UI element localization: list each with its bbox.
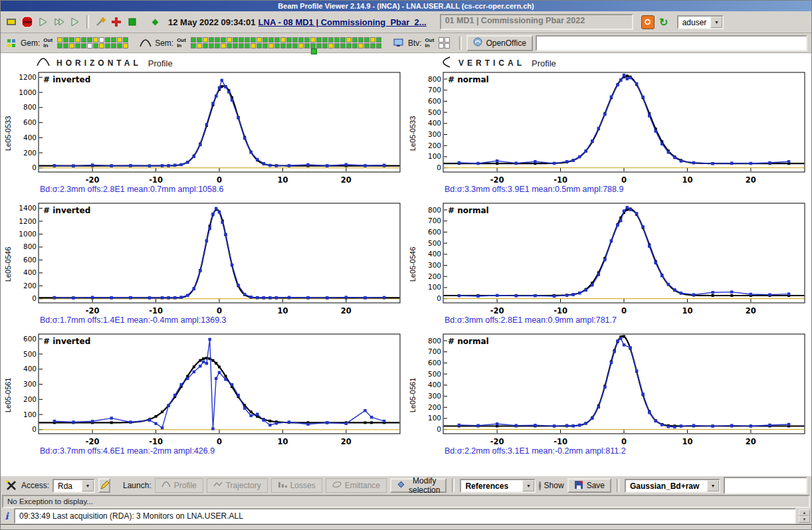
user-combo-arrow-icon[interactable]: ▼ bbox=[710, 17, 722, 28]
fit-selector-combo[interactable]: Gaussian_Bd+raw ▼ bbox=[625, 479, 720, 493]
svg-text:500: 500 bbox=[23, 350, 37, 358]
fit-results: Bd:σ:2.3mm offs:2.8E1 mean:0.7mm ampl:10… bbox=[40, 185, 403, 196]
status-cell bbox=[334, 37, 340, 43]
launch-trajectory-button[interactable]: Trajectory bbox=[207, 478, 268, 493]
svg-text:300: 300 bbox=[428, 392, 441, 400]
status-scrollbar: ▲ ▼ bbox=[799, 509, 810, 523]
sem-label: Sem: bbox=[155, 39, 173, 48]
play-button[interactable] bbox=[37, 15, 50, 29]
beam-profile-viewer-window: Beam Profile Viewer 2.14.9 - (INCA) - LN… bbox=[0, 0, 812, 530]
launch-profile-button[interactable]: Profile bbox=[155, 478, 203, 493]
svg-text:400: 400 bbox=[428, 250, 441, 258]
profile-chart[interactable]: 0200400600800100012001400-20-1001020# in… bbox=[12, 201, 403, 315]
profile-plot: Le05-05460100200300400500600700800-20-10… bbox=[408, 201, 807, 327]
status-cell bbox=[256, 37, 262, 43]
scroll-down-button[interactable]: ▼ bbox=[799, 516, 810, 523]
vertical-plots: Le05-05330100200300400500600700800-20-10… bbox=[408, 70, 807, 458]
svg-text:200: 200 bbox=[23, 149, 37, 157]
user-combo[interactable]: aduser ▼ bbox=[677, 15, 724, 29]
stop-button[interactable]: STOP bbox=[21, 15, 34, 29]
monitor-label: Le05-0546 bbox=[3, 201, 12, 327]
vertical-panel-header: VERTICAL Profile bbox=[441, 56, 807, 70]
profile-chart[interactable]: 0100200300400500600700800-20-1001020# no… bbox=[417, 201, 807, 315]
green-square-indicator bbox=[126, 15, 139, 29]
fit-selector-arrow-icon[interactable]: ▼ bbox=[707, 480, 719, 491]
svg-text:600: 600 bbox=[428, 359, 441, 367]
svg-text:10: 10 bbox=[277, 437, 288, 446]
profile-chart[interactable]: 0100200300400500600700800-20-1001020# no… bbox=[417, 332, 807, 446]
status-cell bbox=[346, 43, 352, 48]
svg-text:400: 400 bbox=[23, 365, 37, 373]
svg-text:1400: 1400 bbox=[19, 204, 37, 212]
acquisition-timestamp: 12 May 2022 09:34:01 bbox=[168, 17, 256, 27]
panel-subtitle: Profile bbox=[148, 58, 173, 68]
status-cell bbox=[298, 37, 304, 43]
btv-grid bbox=[439, 37, 450, 49]
svg-text:-20: -20 bbox=[490, 306, 504, 315]
fit-results: Bd:σ:1.7mm offs:1.4E1 mean:-0.4mm ampl:1… bbox=[40, 315, 403, 327]
status-cell bbox=[245, 37, 250, 43]
status-cell bbox=[370, 37, 375, 43]
launch-emittance-button[interactable]: Emittance bbox=[326, 478, 387, 493]
refresh-button[interactable]: ↻ bbox=[657, 16, 670, 29]
text-field-top[interactable] bbox=[536, 35, 807, 51]
svg-text:200: 200 bbox=[428, 403, 441, 411]
fast-forward-button[interactable] bbox=[52, 15, 66, 29]
profile-chart[interactable]: 0100200300400500600-20-1001020# inverted bbox=[12, 332, 403, 446]
svg-text:400: 400 bbox=[428, 381, 441, 389]
svg-text:10: 10 bbox=[277, 306, 288, 315]
references-combo[interactable]: References ▼ bbox=[460, 479, 536, 493]
context-link[interactable]: LNA - 08 MD1 | Commissioning_Pbar_2... bbox=[258, 17, 427, 27]
free-text-field[interactable] bbox=[724, 477, 807, 494]
edit-button[interactable] bbox=[98, 478, 110, 493]
modify-selection-button[interactable]: Modify selection bbox=[390, 478, 447, 493]
status-cell bbox=[75, 43, 80, 48]
status-grid-row bbox=[439, 43, 450, 48]
status-cell bbox=[87, 37, 92, 43]
status-cell bbox=[274, 37, 280, 43]
status-cell bbox=[81, 37, 86, 43]
show-radio[interactable] bbox=[539, 482, 540, 490]
svg-text:100: 100 bbox=[23, 410, 37, 418]
save-button[interactable]: Save bbox=[567, 478, 611, 493]
svg-text:-10: -10 bbox=[149, 437, 163, 446]
status-cell bbox=[304, 43, 310, 48]
status-cell bbox=[280, 43, 286, 48]
status-cell bbox=[69, 37, 74, 43]
openoffice-button[interactable]: OpenOffice bbox=[466, 35, 532, 51]
svg-text:20: 20 bbox=[746, 437, 756, 446]
launch-losses-button[interactable]: Losses bbox=[271, 478, 322, 493]
status-cell bbox=[445, 37, 450, 43]
status-cell bbox=[123, 43, 128, 48]
access-label: Access: bbox=[21, 481, 49, 490]
status-cell bbox=[203, 37, 208, 43]
profile-chart[interactable]: 0100200300400500600700800-20-1001020# no… bbox=[417, 70, 807, 185]
green-diamond-icon bbox=[148, 15, 161, 29]
step-button[interactable] bbox=[68, 15, 82, 29]
cycle-selector-field[interactable]: 01 MD1 | Commissioning Pbar 2022 bbox=[440, 14, 633, 30]
tools-icon[interactable] bbox=[5, 479, 18, 492]
svg-text:600: 600 bbox=[23, 335, 37, 343]
emittance-icon bbox=[332, 481, 342, 490]
status-cell bbox=[251, 43, 256, 48]
access-combo-arrow-icon[interactable]: ▼ bbox=[82, 480, 94, 491]
svg-text:300: 300 bbox=[23, 380, 37, 388]
vertical-panel: VERTICAL Profile Le05-053301002003004005… bbox=[408, 56, 807, 476]
status-cell bbox=[191, 37, 196, 43]
scroll-up-button[interactable]: ▲ bbox=[799, 509, 810, 516]
profile-chart[interactable]: 020040060080010001200-20-1001020# invert… bbox=[12, 70, 403, 185]
references-combo-arrow-icon[interactable]: ▼ bbox=[522, 480, 534, 491]
window-title: Beam Profile Viewer 2.14.9 - (INCA) - LN… bbox=[278, 2, 534, 10]
losses-icon bbox=[278, 481, 287, 490]
orange-app-button[interactable]: ⭘ bbox=[641, 15, 655, 29]
status-cell bbox=[262, 43, 268, 48]
svg-text:10: 10 bbox=[682, 437, 692, 446]
status-cell bbox=[203, 43, 208, 48]
status-cell bbox=[340, 37, 346, 43]
access-combo[interactable]: Rda ▼ bbox=[52, 479, 95, 493]
horizontal-profile-icon bbox=[37, 57, 50, 70]
screwdriver-icon[interactable] bbox=[94, 15, 107, 29]
svg-text:300: 300 bbox=[428, 130, 441, 138]
window-titlebar[interactable]: Beam Profile Viewer 2.14.9 - (INCA) - LN… bbox=[1, 1, 811, 11]
red-cross-button[interactable] bbox=[110, 15, 123, 29]
